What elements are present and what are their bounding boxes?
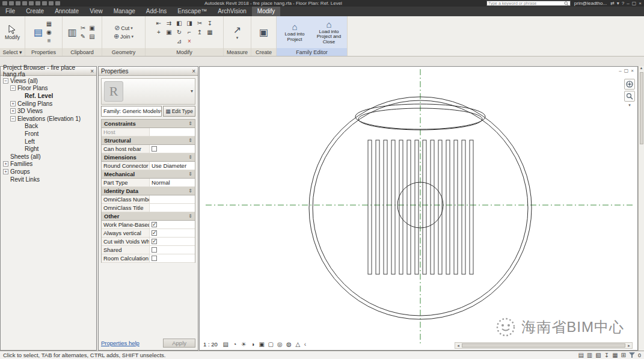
scroll-right-icon[interactable]: ▸: [626, 343, 632, 348]
property-value[interactable]: [150, 145, 195, 153]
detail-level-icon[interactable]: ▤: [222, 341, 230, 348]
tree-expander-icon[interactable]: +: [3, 169, 8, 174]
cut-with-voids-wh-checkbox[interactable]: [152, 239, 157, 244]
grille-slat[interactable]: [391, 140, 395, 274]
sun-path-icon[interactable]: ☀: [240, 341, 248, 348]
section-collapse-icon[interactable]: ⇕: [188, 121, 192, 126]
select-links-icon[interactable]: ▧: [595, 352, 601, 358]
unpin-icon[interactable]: ↥: [195, 28, 204, 37]
measure-icon[interactable]: [42, 1, 47, 5]
tree-expander-icon[interactable]: +: [10, 108, 16, 114]
tree-item-views-all[interactable]: −Views (all): [1, 77, 96, 85]
work-plane-based-checkbox[interactable]: [152, 222, 157, 227]
view-restore-icon[interactable]: ▢: [624, 68, 629, 73]
section-collapse-icon[interactable]: ⇕: [188, 155, 192, 160]
select-panel-label[interactable]: Select ▾: [0, 48, 25, 56]
ribbon-tab-manage[interactable]: Manage: [108, 7, 141, 16]
move-icon[interactable]: +: [155, 28, 164, 37]
grille-slat[interactable]: [376, 140, 379, 274]
properties-button[interactable]: ▤: [34, 27, 43, 38]
project-browser-close-icon[interactable]: ×: [90, 68, 94, 75]
visual-style-icon[interactable]: ◔: [231, 341, 239, 348]
property-value[interactable]: [150, 221, 195, 229]
filter-icon[interactable]: [629, 352, 635, 358]
ribbon-tab-modify[interactable]: Modify: [252, 7, 280, 16]
property-value[interactable]: [150, 229, 195, 237]
modify-button[interactable]: Modify: [5, 25, 20, 40]
view-minimize-icon[interactable]: –: [619, 68, 621, 73]
grille-slat[interactable]: [399, 140, 403, 274]
tree-item-left[interactable]: Left: [1, 138, 96, 146]
pin-icon[interactable]: ↧: [206, 19, 215, 28]
edit-type-button[interactable]: ▦ Edit Type: [163, 106, 195, 117]
design-options-icon[interactable]: ▥: [587, 352, 592, 358]
cut-to-clipboard-icon[interactable]: ✂: [79, 24, 88, 32]
section-header-constraints[interactable]: Constraints⇕: [102, 120, 195, 128]
vertical-scroll-thumb[interactable]: [640, 72, 643, 144]
apply-button[interactable]: Apply: [163, 339, 195, 348]
drag-on-selection-icon[interactable]: ⊞: [621, 352, 626, 358]
navigation-bar-caret-icon[interactable]: ▾: [628, 103, 631, 108]
property-value[interactable]: [150, 246, 195, 254]
family-category-icon[interactable]: ◉: [44, 28, 54, 37]
section-collapse-icon[interactable]: ⇕: [188, 138, 192, 143]
worksets-icon[interactable]: ▤: [578, 352, 583, 358]
crop-view-icon[interactable]: ▣: [258, 341, 266, 348]
default-3d-view-icon[interactable]: [55, 1, 60, 5]
section-header-structural[interactable]: Structural⇕: [102, 137, 195, 145]
redo-icon[interactable]: [29, 1, 34, 5]
sync-icon[interactable]: [16, 1, 20, 5]
section-header-identity-data[interactable]: Identity Data⇕: [102, 187, 195, 195]
mirror-draw-axis-icon[interactable]: ◨: [185, 19, 194, 28]
view-close-icon[interactable]: ×: [631, 68, 634, 73]
tree-item-families[interactable]: +Families: [1, 161, 96, 168]
tree-item-ceiling-plans[interactable]: +Ceiling Plans: [1, 100, 96, 108]
grille-slat[interactable]: [423, 140, 426, 274]
property-value[interactable]: Normal: [150, 179, 195, 186]
tree-expander-icon[interactable]: +: [10, 101, 16, 106]
tree-expander-icon[interactable]: +: [3, 161, 8, 167]
load-into-project-and-close-button[interactable]: ⌂Load into Project and Close: [313, 20, 345, 45]
ribbon-tab-add-ins[interactable]: Add-Ins: [141, 7, 172, 16]
tree-item-elevations-elevation-1[interactable]: −Elevations (Elevation 1): [1, 115, 96, 123]
grille-slat[interactable]: [368, 140, 372, 274]
tree-item-front[interactable]: Front: [1, 130, 96, 138]
tree-expander-icon[interactable]: −: [10, 116, 16, 121]
grille-slat[interactable]: [407, 140, 411, 274]
properties-close-icon[interactable]: ×: [192, 68, 195, 75]
view-scale[interactable]: 1 : 20: [201, 341, 219, 348]
analytical-model-icon[interactable]: △: [294, 341, 302, 348]
copy-icon[interactable]: ▣: [165, 28, 174, 37]
show-crop-region-icon[interactable]: ▢: [267, 341, 275, 348]
undo-icon[interactable]: [22, 1, 27, 5]
tree-item-right[interactable]: Right: [1, 145, 96, 153]
search-box[interactable]: Type a keyword or phrase: [486, 1, 571, 6]
tree-item-groups[interactable]: +Groups: [1, 168, 96, 176]
floor-plan-view[interactable]: [200, 67, 638, 351]
rotate-icon[interactable]: ↻: [175, 28, 184, 37]
scale-icon[interactable]: ⊿: [175, 37, 184, 46]
drawing-area[interactable]: –▢× ▾ 海南省BIM中心 1 : 20 ▤◔☀◑: [199, 66, 638, 351]
measure-button[interactable]: ↗ ▾: [233, 25, 241, 40]
property-value[interactable]: Use Diameter: [150, 162, 195, 170]
save-icon[interactable]: [9, 1, 14, 5]
ribbon-tab-file[interactable]: File: [0, 7, 20, 16]
help-icon[interactable]: ?: [622, 1, 624, 6]
always-vertical-checkbox[interactable]: [152, 230, 157, 236]
tree-item-revit-links[interactable]: Revit Links: [1, 176, 96, 183]
paste-icon[interactable]: ▤: [88, 32, 97, 41]
tree-expander-icon[interactable]: −: [10, 85, 16, 91]
cut-geometry-button[interactable]: ⊘Cut▾: [114, 24, 133, 32]
select-pinned-icon[interactable]: ↧: [604, 352, 609, 358]
reveal-hidden-elements-icon[interactable]: ◍: [285, 341, 293, 348]
close-icon[interactable]: ×: [639, 1, 642, 6]
trim-extend-icon[interactable]: ⌐: [185, 28, 194, 37]
create-group-button[interactable]: ▣: [259, 27, 268, 38]
grille-slat[interactable]: [462, 140, 465, 274]
select-by-face-icon[interactable]: ▦: [612, 352, 618, 358]
room-calculation-checkbox[interactable]: [152, 256, 157, 261]
ribbon-tab-archvision[interactable]: ArchVision: [212, 7, 252, 16]
grille-slat[interactable]: [438, 140, 442, 274]
scroll-up-icon[interactable]: ▲: [640, 66, 643, 70]
print-icon[interactable]: [35, 1, 40, 5]
